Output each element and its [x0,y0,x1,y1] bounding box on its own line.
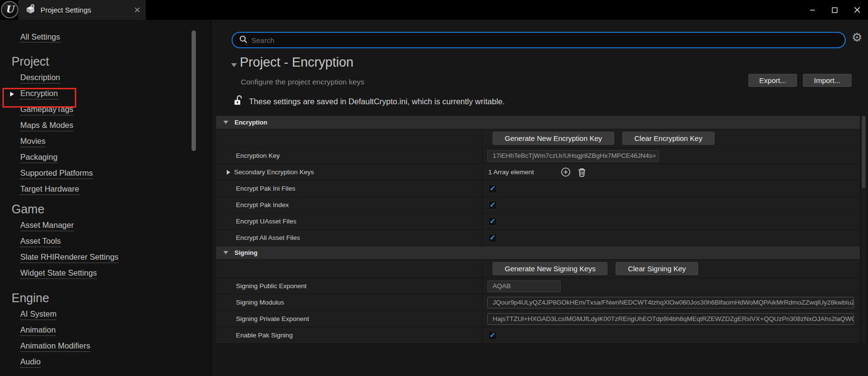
encryption-key-row: Encryption Key 17iEHhTeBcTjWm7czUr/UHsgj… [216,148,860,164]
project-settings-tab-icon [25,4,36,16]
sidebar-section-game: Game [12,202,210,218]
check-icon: ✓ [490,184,496,192]
encrypt-all-assets-row: Encrypt All Asset Files ✓ [216,230,860,246]
window-controls [801,0,868,20]
section-expand-icon [223,251,228,254]
tab-title: Project Settings [41,6,130,14]
all-settings-link[interactable]: All Settings [20,32,60,42]
encryption-key-field[interactable]: 17iEHhTeBcTjWm7czUr/UHsgjr8ZBgHx7MPCE46J… [487,150,659,162]
signing-modulus-field[interactable]: JQour9p4ULyQZ4JP8GOkHEm/Txsa/FNwnNEDCWT4… [487,297,854,308]
generate-encryption-key-button[interactable]: Generate New Encryption Key [493,132,614,145]
sidebar-item-target-hardware[interactable]: Target Hardware [20,181,210,197]
encrypt-pak-index-checkbox[interactable]: ✓ [488,201,497,209]
encryption-actions-row: Generate New Encryption Key Clear Encryp… [216,129,860,148]
page-subtitle: Configure the project encryption keys [241,78,364,86]
sidebar-section-engine: Engine [12,291,210,306]
encrypt-pak-ini-row: Encrypt Pak Ini Files ✓ [216,181,860,197]
maximize-button[interactable] [824,0,846,20]
tab-close-icon[interactable] [135,6,140,14]
add-array-element-icon[interactable] [561,167,571,177]
settings-gear-icon[interactable]: ⚙ [852,31,862,43]
sidebar-item-ai-system[interactable]: AI System [20,306,210,322]
unreal-engine-logo-icon: U [1,1,18,18]
signing-public-exponent-field[interactable]: AQAB [487,280,561,292]
project-settings-tab[interactable]: Project Settings [18,0,146,20]
signing-section-header[interactable]: Signing [216,246,860,260]
signing-private-exponent-field[interactable]: HajsTTZUl+HXGAD3LcsIMGMJfLdyiK00TzRErigU… [487,313,854,325]
sidebar-scrollbar-thumb[interactable] [192,30,196,151]
table-scrollbar[interactable] [862,116,866,344]
title-bar: U Project Settings [0,0,868,20]
encryption-section-header[interactable]: Encryption [216,116,860,129]
encrypt-pak-ini-checkbox[interactable]: ✓ [488,184,497,193]
check-icon: ✓ [490,201,496,208]
sidebar-item-widget-state[interactable]: Widget State Settings [20,265,210,281]
sidebar-item-animation[interactable]: Animation [20,322,210,338]
array-element-count: 1 Array element [488,168,561,176]
page-collapse-icon[interactable] [231,63,237,67]
encrypt-uasset-row: Encrypt UAsset Files ✓ [216,213,860,230]
encrypt-uasset-checkbox[interactable]: ✓ [488,217,497,226]
search-input[interactable] [251,36,838,44]
sidebar-section-project: Project [12,55,210,70]
clear-signing-key-button[interactable]: Clear Signing Key [616,262,698,275]
encrypt-pak-index-row: Encrypt Pak Index ✓ [216,197,860,213]
sidebar-item-asset-tools[interactable]: Asset Tools [20,234,210,250]
search-bar[interactable] [232,32,846,48]
encryption-settings-table: Encryption Generate New Encryption Key C… [216,116,860,344]
config-file-notice: These settings are saved in DefaultCrypt… [234,95,505,108]
signing-private-exponent-row: Signing Private Exponent HajsTTZUl+HXGAD… [216,311,860,327]
encryption-key-label: Encryption Key [236,152,280,159]
sidebar-item-audio[interactable]: Audio [20,354,210,370]
search-icon [239,35,248,45]
sidebar-item-asset-manager[interactable]: Asset Manager [20,218,210,234]
sidebar-item-supported-platforms[interactable]: Supported Platforms [20,166,210,181]
signing-actions-row: Generate New Signing Keys Clear Signing … [216,260,860,278]
sidebar-item-gameplaytags[interactable]: GameplayTags [20,102,210,118]
minimize-button[interactable] [801,0,824,20]
sidebar-item-movies[interactable]: Movies [20,134,210,150]
export-button[interactable]: Export... [748,74,797,87]
sidebar-item-description[interactable]: Description [20,70,210,86]
sidebar-item-animation-modifiers[interactable]: Animation Modifiers [20,338,210,354]
sidebar-item-slate-rhirenderer[interactable]: Slate RHIRenderer Settings [20,250,210,265]
lock-open-icon [234,95,243,108]
settings-main-panel: ⚙ Project - Encryption Configure the pro… [212,20,868,376]
sidebar-item-maps-modes[interactable]: Maps & Modes [20,118,210,134]
array-collapse-icon[interactable] [227,170,230,175]
page-title: Project - Encryption [240,55,354,70]
table-scrollbar-thumb[interactable] [862,116,866,188]
encrypt-all-assets-checkbox[interactable]: ✓ [488,234,497,242]
secondary-keys-label: Secondary Encryption Keys [234,168,314,176]
import-button[interactable]: Import... [803,74,852,87]
close-button[interactable] [846,0,868,20]
delete-array-icon[interactable] [578,167,586,177]
check-icon: ✓ [490,217,496,224]
generate-signing-keys-button[interactable]: Generate New Signing Keys [493,262,607,275]
check-icon: ✓ [490,331,496,338]
sidebar-item-packaging[interactable]: Packaging [20,150,210,166]
check-icon: ✓ [490,234,496,241]
logo-letter: U [5,4,14,14]
selected-marker-icon [10,92,14,97]
signing-modulus-row: Signing Modulus JQour9p4ULyQZ4JP8GOkHEm/… [216,294,860,311]
notice-text: These settings are saved in DefaultCrypt… [249,97,505,106]
secondary-encryption-keys-row: Secondary Encryption Keys 1 Array elemen… [216,164,860,181]
enable-pak-signing-row: Enable Pak Signing ✓ [216,327,860,344]
sidebar-item-encryption[interactable]: Encryption [20,86,210,102]
settings-sidebar: All Settings Project Description Encrypt… [0,20,211,376]
enable-pak-signing-checkbox[interactable]: ✓ [488,331,497,340]
section-expand-icon [223,121,228,124]
clear-encryption-key-button[interactable]: Clear Encryption Key [622,132,715,145]
signing-public-exponent-row: Signing Public Exponent AQAB [216,278,860,294]
